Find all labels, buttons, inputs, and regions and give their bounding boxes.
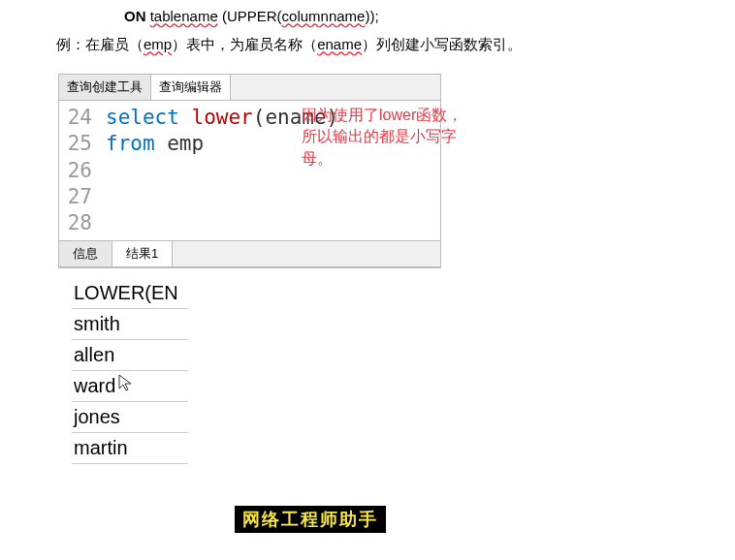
example-text: 例：在雇员（emp）表中，为雇员名称（ename）列创建小写函数索引。	[0, 24, 735, 54]
tablename-placeholder: tablename	[150, 8, 218, 24]
tab-result1[interactable]: 结果1	[112, 241, 173, 266]
columnname-placeholder: columnname	[282, 8, 366, 24]
watermark-label: 网络工程师助手	[235, 506, 386, 533]
line-number: 24	[59, 105, 92, 131]
tab-query-editor[interactable]: 查询编辑器	[151, 75, 231, 100]
line-number: 26	[59, 158, 92, 184]
result-row[interactable]: martin	[72, 433, 188, 464]
cursor-icon	[118, 374, 134, 393]
result-tab-row: 信息 结果1	[59, 240, 440, 267]
code-line-4	[106, 184, 440, 210]
line-number-gutter: 24 25 26 27 28	[59, 101, 100, 240]
query-editor-panel: 查询创建工具 查询编辑器 24 25 26 27 28 select lower…	[58, 74, 441, 268]
editor-tab-row: 查询创建工具 查询编辑器	[59, 75, 440, 101]
line-number: 25	[59, 131, 92, 157]
code-area[interactable]: 24 25 26 27 28 select lower(ename) from …	[59, 101, 440, 240]
line-number: 27	[59, 184, 92, 210]
result-row[interactable]: smith	[72, 309, 188, 340]
line-number: 28	[59, 210, 92, 236]
code-lines[interactable]: select lower(ename) from emp 因为使用了lower函…	[100, 101, 440, 240]
tab-query-builder[interactable]: 查询创建工具	[59, 75, 151, 100]
code-line-5	[106, 210, 440, 236]
syntax-mid: (UPPER(	[218, 8, 282, 24]
emp-text: emp	[144, 36, 172, 52]
result-header: LOWER(EN	[72, 278, 188, 309]
syntax-end: ));	[365, 8, 378, 24]
on-keyword: ON	[124, 8, 146, 24]
sql-syntax-line: ON tablename (UPPER(columnname));	[0, 0, 735, 24]
result-row[interactable]: allen	[72, 340, 188, 371]
tab-info[interactable]: 信息	[59, 241, 112, 266]
result-grid: LOWER(EN smith allen ward jones martin	[72, 278, 188, 464]
ename-text: ename	[317, 36, 362, 52]
result-row[interactable]: ward	[72, 371, 188, 402]
result-row[interactable]: jones	[72, 402, 188, 433]
red-annotation: 因为使用了lower函数，所以输出的都是小写字母。	[302, 105, 466, 170]
